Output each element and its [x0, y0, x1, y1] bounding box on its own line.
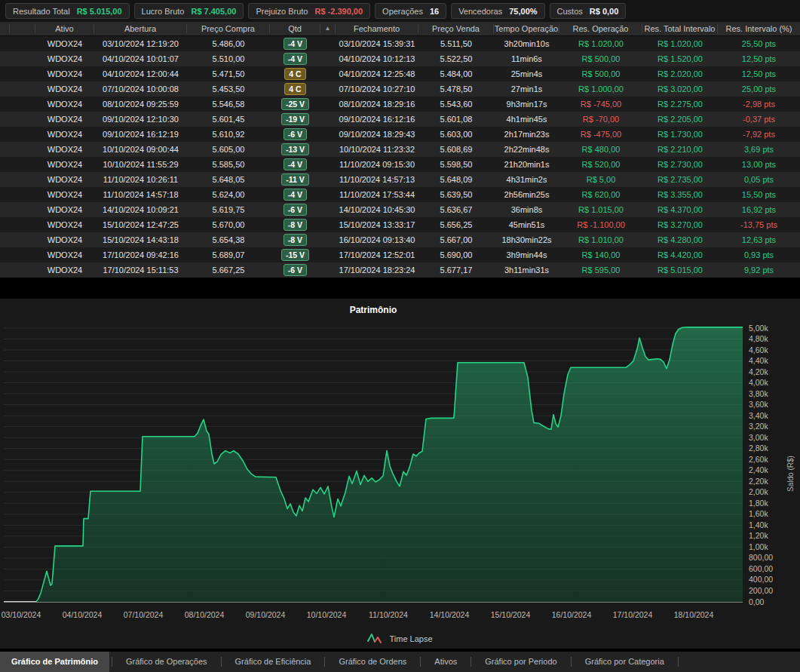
table-row[interactable]: WDOX24 04/10/2024 10:01:07 5.510,00 -4 V… [0, 51, 800, 66]
svg-text:2,20k: 2,20k [749, 477, 768, 486]
table-row[interactable]: WDOX24 03/10/2024 12:19:20 5.486,00 -4 V… [0, 36, 800, 51]
cell-res-intervalo-pct: 3,69 pts [718, 145, 800, 154]
svg-text:07/10/2024: 07/10/2024 [124, 610, 164, 619]
tab-grafico-de-ordens[interactable]: Gráfico de Ordens [327, 652, 418, 672]
cell-preco-compra: 5.624,00 [187, 190, 270, 199]
cell-abertura: 11/10/2024 14:57:18 [94, 190, 187, 199]
cell-ativo: WDOX24 [35, 190, 94, 199]
tab-grafico-de-eficiencia[interactable]: Gráfico de Eficiência [224, 652, 323, 672]
cell-qtd: -6 V [270, 204, 320, 216]
cell-fechamento: 04/10/2024 12:25:48 [336, 69, 418, 78]
svg-text:3,20k: 3,20k [749, 422, 768, 431]
summary-box-custos: Custos R$ 0,00 [550, 3, 627, 19]
table-row[interactable]: WDOX24 04/10/2024 12:00:44 5.471,50 4 C … [0, 66, 800, 81]
table-row[interactable]: WDOX24 14/10/2024 10:09:21 5.619,75 -6 V… [0, 202, 800, 217]
table-row[interactable]: WDOX24 07/10/2024 10:00:08 5.453,50 4 C … [0, 81, 800, 97]
cell-res-operacao: R$ 5,00 [559, 175, 642, 184]
svg-text:2,00k: 2,00k [749, 487, 768, 496]
svg-text:3,00k: 3,00k [749, 433, 768, 442]
cell-res-intervalo-pct: 12,50 pts [718, 54, 800, 63]
cell-res-operacao: R$ -70,00 [559, 115, 642, 124]
header-ativo[interactable]: Ativo [35, 24, 94, 33]
cell-res-intervalo-pct: 16,92 pts [718, 205, 800, 214]
tab-divider [420, 657, 421, 667]
header-preco-compra[interactable]: Preço Compra [187, 24, 270, 33]
cell-fechamento: 08/10/2024 18:29:16 [336, 100, 418, 109]
chart-legend[interactable]: Time Lapse [0, 632, 800, 645]
summary-label: Vencedoras [458, 7, 502, 16]
cell-tempo-operacao: 4h31min2s [494, 175, 559, 184]
table-header: Ativo Abertura Preço Compra Qtd ▲ Fecham… [0, 22, 800, 36]
sort-asc-icon[interactable]: ▲ [320, 24, 336, 33]
summary-value: R$ 7.405,00 [191, 7, 236, 16]
svg-text:1,40k: 1,40k [749, 520, 768, 529]
cell-fechamento: 07/10/2024 10:27:10 [336, 84, 418, 94]
header-res-total-intervalo[interactable]: Res. Total Intervalo [642, 24, 718, 33]
cell-preco-venda: 5.636,67 [418, 205, 494, 214]
table-row[interactable]: WDOX24 08/10/2024 09:25:59 5.546,58 -25 … [0, 97, 800, 112]
cell-ativo: WDOX24 [35, 235, 94, 244]
cell-res-total-intervalo: R$ 3.355,00 [642, 190, 718, 199]
table-row[interactable]: WDOX24 11/10/2024 10:26:11 5.648,05 -11 … [0, 172, 800, 187]
table-row[interactable]: WDOX24 10/10/2024 09:00:44 5.605,00 -13 … [0, 142, 800, 157]
cell-preco-venda: 5.543,60 [418, 100, 494, 109]
table-row[interactable]: WDOX24 15/10/2024 14:43:18 5.654,38 -8 V… [0, 232, 800, 247]
summary-box-resultado-total: Resultado Total R$ 5.015,00 [5, 3, 130, 19]
table-row[interactable]: WDOX24 10/10/2024 11:55:29 5.585,50 -4 V… [0, 157, 800, 172]
cell-res-operacao: R$ -1.100,00 [559, 220, 642, 229]
cell-abertura: 10/10/2024 11:55:29 [94, 160, 187, 169]
header-tempo-operacao[interactable]: Tempo Operação [494, 24, 559, 33]
cell-res-total-intervalo: R$ 4.370,00 [642, 205, 718, 214]
cell-fechamento: 15/10/2024 13:33:17 [336, 220, 418, 229]
cell-fechamento: 04/10/2024 10:12:13 [336, 54, 418, 63]
equity-area-chart: 03/10/202404/10/202407/10/202408/10/2024… [0, 323, 800, 628]
summary-label: Prejuizo Bruto [256, 7, 308, 16]
header-fechamento[interactable]: Fechamento [336, 24, 418, 33]
qtd-badge: -15 V [281, 249, 309, 261]
tab-grafico-por-categoria[interactable]: Gráfico por Categoria [574, 652, 676, 672]
cell-preco-compra: 5.471,50 [187, 69, 270, 78]
svg-text:1,00k: 1,00k [749, 542, 768, 551]
cell-abertura: 04/10/2024 10:01:07 [94, 54, 187, 63]
cell-preco-venda: 5.478,50 [418, 84, 494, 94]
cell-res-total-intervalo: R$ 3.270,00 [642, 220, 718, 229]
cell-tempo-operacao: 18h30min22s [494, 235, 559, 244]
cell-res-intervalo-pct: 15,50 pts [718, 190, 800, 199]
cell-res-total-intervalo: R$ 2.275,00 [642, 100, 718, 109]
header-abertura[interactable]: Abertura [94, 24, 187, 33]
svg-text:3,80k: 3,80k [749, 389, 768, 398]
tab-ativos[interactable]: Ativos [423, 652, 468, 672]
cell-preco-compra: 5.648,05 [187, 175, 270, 184]
header-spacer [0, 24, 10, 33]
cell-abertura: 17/10/2024 15:11:53 [94, 265, 187, 275]
cell-preco-compra: 5.605,00 [187, 145, 270, 154]
cell-fechamento: 17/10/2024 12:52:01 [336, 250, 418, 259]
table-row[interactable]: WDOX24 17/10/2024 09:42:16 5.689,07 -15 … [0, 247, 800, 262]
tab-divider [112, 657, 112, 667]
svg-text:1,20k: 1,20k [749, 531, 768, 540]
tab-grafico-por-periodo[interactable]: Gráfico por Periodo [474, 652, 568, 672]
table-row[interactable]: WDOX24 17/10/2024 15:11:53 5.667,25 -6 V… [0, 262, 800, 278]
header-res-intervalo-pct[interactable]: Res. Intervalo (%) [718, 24, 800, 33]
header-qtd[interactable]: Qtd [270, 24, 320, 33]
cell-ativo: WDOX24 [35, 115, 94, 124]
header-preco-venda[interactable]: Preço Venda [418, 24, 494, 33]
svg-text:5,00k: 5,00k [749, 324, 768, 333]
table-row[interactable]: WDOX24 15/10/2024 12:47:25 5.670,00 -8 V… [0, 217, 800, 232]
summary-label: Lucro Bruto [142, 7, 185, 16]
table-row[interactable]: WDOX24 09/10/2024 16:12:19 5.610,92 -6 V… [0, 127, 800, 142]
tab-grafico-de-operacoes[interactable]: Gráfico de Operações [115, 652, 219, 672]
qtd-badge: -4 V [284, 158, 307, 170]
cell-tempo-operacao: 2h17min23s [494, 130, 559, 139]
table-row[interactable]: WDOX24 11/10/2024 14:57:18 5.624,00 -4 V… [0, 187, 800, 202]
cell-abertura: 09/10/2024 16:12:19 [94, 130, 187, 139]
cell-res-operacao: R$ 500,00 [559, 69, 642, 78]
cell-preco-compra: 5.610,92 [187, 130, 270, 139]
tab-grafico-de-patrimonio[interactable]: Gráfico de Patrimônio [0, 652, 109, 672]
cell-preco-venda: 5.598,50 [418, 160, 494, 169]
header-res-operacao[interactable]: Res. Operação [559, 24, 642, 33]
qtd-badge: -8 V [284, 234, 307, 246]
cell-qtd: 4 C [270, 83, 320, 95]
table-row[interactable]: WDOX24 09/10/2024 12:10:30 5.601,45 -19 … [0, 112, 800, 127]
summary-label: Custos [557, 7, 583, 16]
